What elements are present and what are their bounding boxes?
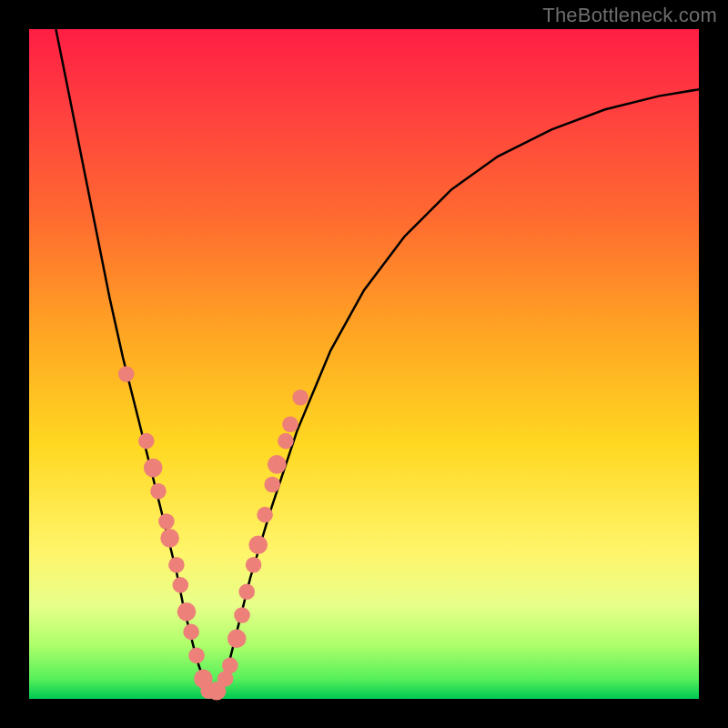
data-point <box>173 577 189 593</box>
data-point <box>183 624 199 641</box>
data-point <box>264 477 280 493</box>
chart-plot-area <box>29 29 699 699</box>
data-point <box>234 607 250 623</box>
data-point <box>177 602 197 622</box>
watermark-text: TheBottleneck.com <box>542 4 717 27</box>
data-point <box>282 416 298 432</box>
data-point <box>222 657 238 673</box>
data-point <box>257 507 273 523</box>
data-point <box>228 630 247 649</box>
data-point <box>118 366 135 382</box>
chart-svg <box>29 29 699 699</box>
curve-left <box>56 29 209 693</box>
data-point <box>292 389 308 406</box>
data-point <box>246 557 262 573</box>
data-point <box>160 529 179 548</box>
data-point <box>150 483 167 500</box>
data-point <box>138 433 155 450</box>
data-point <box>248 535 268 554</box>
data-point <box>238 583 255 600</box>
marker-group <box>118 366 308 700</box>
data-point <box>278 433 294 450</box>
data-point <box>268 455 287 474</box>
curve-right <box>217 89 699 692</box>
data-point <box>144 459 163 478</box>
data-point <box>188 647 205 663</box>
data-point <box>168 557 185 573</box>
chart-frame: TheBottleneck.com <box>0 0 728 728</box>
data-point <box>158 513 175 530</box>
